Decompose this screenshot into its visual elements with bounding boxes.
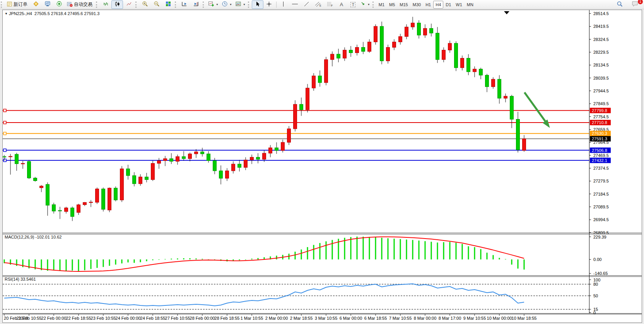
indicators-button[interactable]: ▼ <box>207 0 220 9</box>
candle-body <box>83 203 87 205</box>
line-chart-mode-button[interactable] <box>123 0 135 9</box>
svg-text:100: 100 <box>593 278 600 282</box>
toolbar-grip <box>96 2 99 8</box>
candle-body <box>164 159 167 160</box>
candle-body <box>232 164 235 171</box>
candle-body <box>225 171 229 178</box>
timeframe-m5-button[interactable]: M5 <box>387 1 397 9</box>
svg-text:28 Feb 00:00: 28 Feb 00:00 <box>190 316 215 321</box>
horizontal-line-tool-button[interactable] <box>289 0 301 9</box>
candle-body <box>102 189 105 209</box>
text-tool-button[interactable]: A <box>336 0 347 9</box>
candle-body <box>380 26 384 61</box>
candle-body <box>393 42 396 47</box>
macd-histogram-bar <box>474 247 475 259</box>
timeframe-m15-button[interactable]: M15 <box>397 1 410 9</box>
candlestick-mode-button[interactable] <box>111 0 123 9</box>
timeframe-h4-button[interactable]: H4 <box>433 1 443 9</box>
timeframe-mn-button[interactable]: MN <box>465 1 476 9</box>
zoom-in-icon <box>142 1 148 8</box>
macd-indicator-label: MACD(12,26,9) -102.01 10.62 <box>5 235 61 239</box>
macd-histogram-bar <box>480 249 482 259</box>
macd-panel[interactable]: 229.390.00-140.65 <box>4 235 608 276</box>
auto-scroll-icon <box>181 1 188 8</box>
candle-body <box>151 164 155 180</box>
macd-histogram-bar <box>437 242 438 259</box>
tile-windows-button[interactable] <box>162 0 174 9</box>
candle-body <box>281 142 285 150</box>
gold-button[interactable] <box>30 0 42 9</box>
macd-histogram-bar <box>16 259 17 266</box>
text-label-tool-button[interactable]: T <box>347 0 359 9</box>
zoom-in-button[interactable] <box>139 0 151 9</box>
timeframe-d1-button[interactable]: D1 <box>443 1 453 9</box>
notification-badge: 1 <box>637 0 643 5</box>
auto-trading-button[interactable]: 自动交易 <box>65 0 95 9</box>
periods-button[interactable]: ▼ <box>220 0 234 9</box>
trendline-tool-button[interactable] <box>301 0 313 9</box>
svg-text:10 Mar 00:00: 10 Mar 00:00 <box>487 316 512 321</box>
time-axis[interactable]: 20 Feb 202321 Feb 10:5522 Feb 00:0022 Fe… <box>4 314 536 321</box>
svg-text:0: 0 <box>593 310 596 315</box>
chart-shift-icon <box>193 1 199 8</box>
new-order-button[interactable]: 新订单 <box>5 0 30 9</box>
crosshair-tool-button[interactable] <box>263 0 275 9</box>
timeframe-m1-button[interactable]: M1 <box>376 1 387 9</box>
candle-body <box>27 162 31 178</box>
svg-text:10 Mar 18:55: 10 Mar 18:55 <box>512 316 537 321</box>
timeframe-h1-button[interactable]: H1 <box>423 1 433 9</box>
timeframe-m30-button[interactable]: M30 <box>410 1 423 9</box>
macd-histogram-bar <box>456 243 457 259</box>
monitor-icon <box>44 1 51 8</box>
arrows-tool-button[interactable]: ▼ <box>359 0 372 9</box>
fibonacci-tool-button[interactable]: F <box>324 0 336 9</box>
chart-shift-button[interactable] <box>190 0 202 9</box>
vertical-line-tool-button[interactable] <box>278 0 289 9</box>
macd-histogram-bar <box>159 259 160 260</box>
toolbar-grip <box>248 2 251 8</box>
arrow-shapes-icon <box>360 1 366 8</box>
market-watch-button[interactable] <box>42 0 53 9</box>
templates-button[interactable]: ▼ <box>234 0 247 9</box>
macd-histogram-bar <box>493 255 494 259</box>
svg-text:-140.65: -140.65 <box>593 271 608 276</box>
macd-histogram-bar <box>134 259 135 263</box>
search-button[interactable] <box>614 0 625 9</box>
svg-text:27754.5: 27754.5 <box>593 114 609 119</box>
chart-canvas[interactable]: 28514.528419.528324.528229.528134.528039… <box>3 10 642 322</box>
cursor-tool-button[interactable] <box>252 0 263 9</box>
chart-title: ▼ JPN225-,H4 27505.5 27618.4 27495.6 275… <box>5 11 99 16</box>
candle-body <box>306 88 309 110</box>
zoom-out-button[interactable] <box>151 0 162 9</box>
trendline-icon <box>304 1 309 8</box>
macd-histogram-bar <box>190 258 191 259</box>
candle-body <box>325 60 328 83</box>
candle-body <box>430 28 433 33</box>
candle-body <box>195 152 198 154</box>
candle-body <box>424 28 427 35</box>
rsi-panel[interactable]: 1008050150 <box>3 278 600 315</box>
bar-chart-mode-button[interactable] <box>100 0 111 9</box>
notifications-button[interactable]: 1 <box>629 0 641 9</box>
template-icon <box>235 1 241 8</box>
macd-histogram-bar <box>97 259 98 268</box>
macd-histogram-bar <box>196 258 197 259</box>
svg-text:21 Feb 10:55: 21 Feb 10:55 <box>17 316 42 321</box>
svg-text:27849.5: 27849.5 <box>593 101 609 106</box>
toolbar-grip <box>203 2 206 8</box>
auto-scroll-button[interactable] <box>179 0 190 9</box>
equidistant-channel-tool-button[interactable]: E <box>313 0 324 9</box>
svg-text:2 Mar 18:55: 2 Mar 18:55 <box>290 316 313 321</box>
dropdown-caret: ▼ <box>243 3 246 6</box>
candle-body <box>263 153 266 159</box>
macd-histogram-bar <box>326 241 327 259</box>
bar-chart-icon <box>103 1 109 8</box>
timeframe-w1-button[interactable]: W1 <box>453 1 465 9</box>
candle-body <box>157 160 161 163</box>
signal-button[interactable] <box>53 0 65 9</box>
macd-histogram-bar <box>239 259 240 260</box>
svg-text:28514.5: 28514.5 <box>593 11 609 16</box>
chart-shift-marker-icon[interactable] <box>504 11 509 14</box>
tile-windows-icon <box>165 1 171 8</box>
chart-menu-triangle-icon[interactable]: ▼ <box>5 12 8 15</box>
